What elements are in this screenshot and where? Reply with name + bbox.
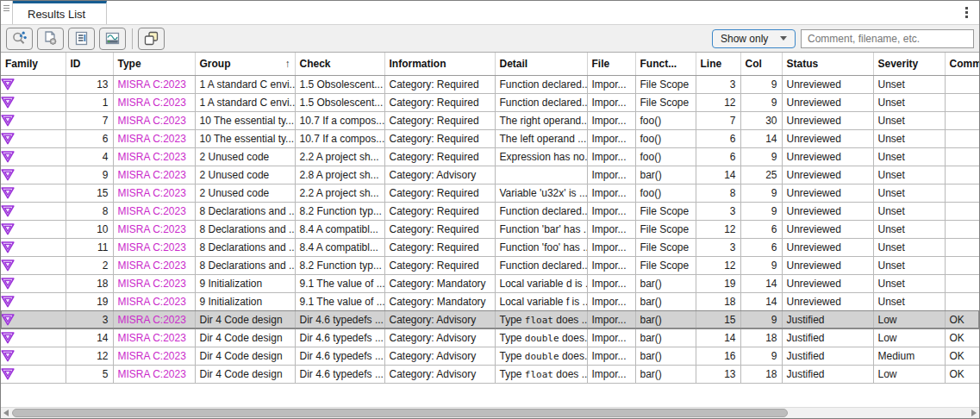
column-header-detail[interactable]: Detail	[495, 53, 587, 75]
cell-family[interactable]	[1, 93, 66, 111]
cell-file[interactable]: Impor...	[587, 111, 635, 129]
cell-information[interactable]: Category: Required	[384, 256, 495, 274]
cell-family[interactable]	[1, 292, 66, 310]
cell-information[interactable]: Category: Required	[384, 75, 495, 93]
cell-detail[interactable]: Type double does...	[495, 328, 587, 347]
cell-type[interactable]: MISRA C:2023	[113, 166, 195, 184]
search-impact-button[interactable]	[6, 28, 33, 50]
cell-group[interactable]: 2 Unused code	[195, 166, 295, 184]
table-row[interactable]: 2MISRA C:20238 Declarations and ...8.2 F…	[1, 256, 979, 274]
table-row[interactable]: 10MISRA C:20238 Declarations and ...8.4 …	[1, 220, 979, 238]
cell-file[interactable]: Impor...	[587, 256, 635, 274]
cell-status[interactable]: Unreviewed	[782, 111, 873, 129]
cell-information[interactable]: Category: Required	[384, 238, 495, 256]
cell-group[interactable]: 8 Declarations and ...	[195, 256, 295, 274]
cell-line[interactable]: 3	[696, 75, 740, 93]
column-header-family[interactable]: Family	[1, 53, 66, 75]
cell-function[interactable]: bar()	[635, 365, 696, 383]
cell-function[interactable]: foo()	[635, 184, 696, 202]
cell-line[interactable]: 18	[696, 292, 740, 310]
cell-detail[interactable]: Function declared...	[495, 256, 587, 274]
cell-type[interactable]: MISRA C:2023	[113, 184, 195, 202]
cell-check[interactable]: 8.4 A compatibl...	[295, 238, 384, 256]
cell-col[interactable]: 9	[740, 93, 782, 111]
scroll-track[interactable]	[11, 408, 969, 419]
cell-check[interactable]: Dir 4.6 typedefs ...	[295, 347, 384, 365]
cell-severity[interactable]: Unset	[873, 202, 945, 220]
cell-group[interactable]: 8 Declarations and ...	[195, 238, 295, 256]
cell-detail[interactable]: Function 'foo' has ...	[495, 238, 587, 256]
more-options-button[interactable]	[953, 1, 979, 24]
cell-comment[interactable]	[945, 166, 979, 184]
cell-function[interactable]: File Scope	[635, 220, 696, 238]
cell-line[interactable]: 6	[696, 129, 740, 147]
column-header-comment[interactable]: Comm...	[945, 53, 979, 75]
cell-detail[interactable]: Function declared...	[495, 93, 587, 111]
table-row[interactable]: 1MISRA C:20231 A standard C envi...1.5 O…	[1, 93, 979, 111]
cell-function[interactable]: File Scope	[635, 93, 696, 111]
cell-status[interactable]: Justified	[782, 310, 873, 328]
table-row[interactable]: 7MISRA C:202310 The essential ty...10.7 …	[1, 111, 979, 129]
column-header-file[interactable]: File	[587, 53, 635, 75]
cell-id[interactable]: 8	[66, 202, 113, 220]
cell-family[interactable]	[1, 365, 66, 383]
cell-detail[interactable]: The right operand...	[495, 111, 587, 129]
cell-comment[interactable]	[945, 220, 979, 238]
cell-information[interactable]: Category: Required	[384, 202, 495, 220]
cell-line[interactable]: 13	[696, 365, 740, 383]
cell-detail[interactable]: Variable 'u32x' is ...	[495, 184, 587, 202]
cell-information[interactable]: Category: Required	[384, 147, 495, 166]
cell-type[interactable]: MISRA C:2023	[113, 310, 195, 328]
cell-col[interactable]: 18	[740, 365, 782, 383]
cell-file[interactable]: Impor...	[587, 310, 635, 328]
cell-line[interactable]: 7	[696, 111, 740, 129]
cell-family[interactable]	[1, 166, 66, 184]
cell-detail[interactable]: Type float does ...	[495, 310, 587, 328]
cell-comment[interactable]: OK	[945, 310, 979, 328]
cell-col[interactable]: 9	[740, 310, 782, 328]
cell-group[interactable]: 8 Declarations and ...	[195, 220, 295, 238]
cell-comment[interactable]: OK	[945, 328, 979, 347]
cell-type[interactable]: MISRA C:2023	[113, 202, 195, 220]
cell-col[interactable]: 9	[740, 75, 782, 93]
cell-type[interactable]: MISRA C:2023	[113, 111, 195, 129]
cell-family[interactable]	[1, 111, 66, 129]
cell-information[interactable]: Category: Advisory	[384, 166, 495, 184]
table-row[interactable]: 8MISRA C:20238 Declarations and ...8.2 F…	[1, 202, 979, 220]
cell-group[interactable]: Dir 4 Code design	[195, 328, 295, 347]
cell-status[interactable]: Justified	[782, 347, 873, 365]
cell-status[interactable]: Unreviewed	[782, 184, 873, 202]
cell-family[interactable]	[1, 75, 66, 93]
cell-type[interactable]: MISRA C:2023	[113, 292, 195, 310]
cell-col[interactable]: 14	[740, 274, 782, 292]
cell-group[interactable]: 10 The essential ty...	[195, 111, 295, 129]
column-header-col[interactable]: Col	[740, 53, 782, 75]
cell-detail[interactable]: Type double does...	[495, 347, 587, 365]
cell-col[interactable]: 18	[740, 328, 782, 347]
cell-line[interactable]: 14	[696, 328, 740, 347]
cell-comment[interactable]	[945, 111, 979, 129]
cell-type[interactable]: MISRA C:2023	[113, 274, 195, 292]
cell-status[interactable]: Justified	[782, 328, 873, 347]
cell-detail[interactable]: Function declared...	[495, 75, 587, 93]
cell-group[interactable]: 2 Unused code	[195, 147, 295, 166]
cell-col[interactable]: 9	[740, 202, 782, 220]
table-row[interactable]: 6MISRA C:202310 The essential ty...10.7 …	[1, 129, 979, 147]
cell-information[interactable]: Category: Mandatory	[384, 274, 495, 292]
cell-comment[interactable]	[945, 202, 979, 220]
cell-family[interactable]	[1, 256, 66, 274]
cell-file[interactable]: Impor...	[587, 166, 635, 184]
column-header-type[interactable]: Type	[113, 53, 195, 75]
cell-function[interactable]: File Scope	[635, 256, 696, 274]
cell-id[interactable]: 10	[66, 220, 113, 238]
open-new-window-button[interactable]	[138, 28, 165, 50]
cell-severity[interactable]: Unset	[873, 111, 945, 129]
cell-check[interactable]: 2.2 A project sh...	[295, 184, 384, 202]
filter-search-input[interactable]	[801, 29, 974, 48]
cell-severity[interactable]: Unset	[873, 184, 945, 202]
panel-drag-handle[interactable]	[1, 1, 13, 24]
cell-check[interactable]: Dir 4.6 typedefs ...	[295, 310, 384, 328]
cell-family[interactable]	[1, 238, 66, 256]
cell-col[interactable]: 14	[740, 129, 782, 147]
cell-col[interactable]: 6	[740, 238, 782, 256]
